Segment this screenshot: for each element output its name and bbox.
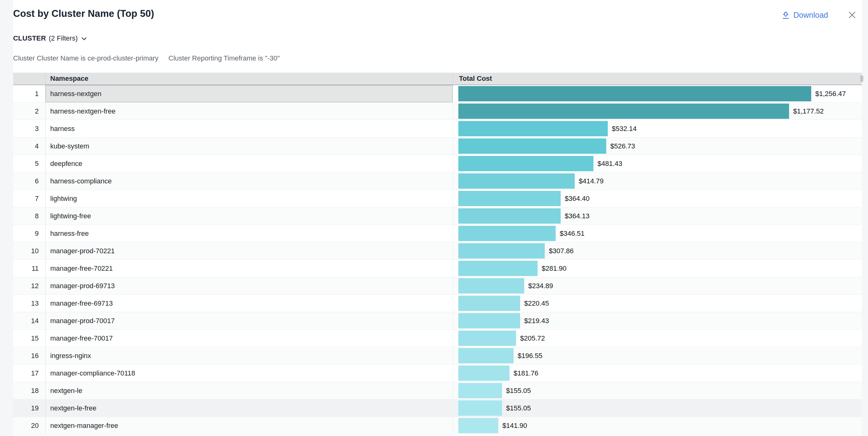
cost-bar[interactable] — [458, 366, 509, 381]
cost-bar[interactable] — [458, 418, 498, 433]
namespace-cell[interactable]: lightwing — [45, 190, 453, 207]
cost-bar[interactable] — [458, 86, 811, 101]
table-row[interactable]: 17manager-compliance-70118$181.76 — [13, 365, 862, 382]
cost-value: $481.43 — [597, 160, 622, 168]
table-row[interactable]: 20nextgen-manager-free$141.90 — [13, 417, 862, 434]
table-row[interactable]: 3harness$532.14 — [13, 120, 862, 137]
cost-bar[interactable] — [458, 226, 556, 241]
cost-value: $414.79 — [579, 177, 604, 185]
row-rank: 7 — [13, 190, 45, 207]
namespace-cell[interactable]: manager-prod-70017 — [45, 312, 453, 329]
table-row[interactable]: 18nextgen-le$155.05 — [13, 382, 862, 400]
namespace-cell[interactable]: nextgen-manager-free — [45, 417, 453, 434]
namespace-cell[interactable]: lightwing-free — [45, 208, 453, 224]
cost-bar[interactable] — [458, 295, 520, 311]
namespace-cell[interactable]: deepfence — [45, 155, 453, 172]
table-row[interactable]: 14manager-prod-70017$219.43 — [13, 312, 862, 330]
namespace-cell[interactable]: manager-free-70017 — [45, 330, 453, 347]
table-row[interactable]: 2harness-nextgen-free$1,177.52 — [13, 103, 862, 120]
row-rank: 15 — [13, 330, 45, 347]
table-row[interactable]: 9harness-free$346.51 — [13, 225, 862, 242]
total-cost-cell: $196.55 — [453, 347, 862, 364]
total-cost-cell: $346.51 — [453, 225, 862, 242]
cost-value: $281.90 — [541, 264, 567, 273]
cost-value: $181.76 — [514, 369, 538, 377]
namespace-cell[interactable]: manager-compliance-70118 — [45, 365, 453, 382]
namespace-cell[interactable]: manager-prod-70221 — [45, 242, 453, 259]
row-rank: 10 — [13, 242, 45, 259]
total-cost-cell: $364.13 — [453, 208, 862, 224]
table-row[interactable]: 12manager-prod-69713$234.89 — [13, 277, 862, 295]
cost-bar[interactable] — [458, 313, 520, 329]
cost-bar[interactable] — [458, 191, 561, 206]
cost-value: $155.05 — [506, 404, 531, 412]
row-rank: 9 — [13, 225, 45, 242]
total-cost-cell: $1,256.47 — [453, 85, 862, 102]
cost-bar[interactable] — [458, 400, 502, 416]
row-rank: 20 — [13, 417, 45, 434]
table-row[interactable]: 1harness-nextgen$1,256.47 — [13, 85, 862, 103]
table-row[interactable]: 5deepfence$481.43 — [13, 155, 862, 173]
cost-bar[interactable] — [458, 278, 524, 293]
cluster-filter-dropdown[interactable]: CLUSTER (2 Filters) — [13, 34, 87, 42]
applied-filters: Cluster Cluster Name is ce-prod-cluster-… — [13, 54, 280, 62]
row-rank: 3 — [13, 120, 45, 137]
table-row[interactable]: 19nextgen-le-free$155.05 — [13, 400, 862, 417]
cost-bar[interactable] — [458, 174, 575, 189]
cost-bar[interactable] — [458, 383, 502, 398]
row-rank: 17 — [13, 365, 45, 382]
table-header-row: Namespace Total Cost — [13, 73, 862, 85]
chevron-down-icon — [82, 37, 87, 40]
namespace-cell[interactable]: ingress-nginx — [45, 347, 453, 364]
row-rank: 8 — [13, 208, 45, 224]
table-row[interactable]: 7lightwing$364.40 — [13, 190, 862, 208]
cost-value: $364.40 — [565, 195, 590, 203]
row-rank: 19 — [13, 400, 45, 417]
close-button[interactable] — [847, 10, 857, 20]
cost-bar[interactable] — [458, 348, 514, 363]
table-row[interactable]: 16ingress-nginx$196.55 — [13, 347, 862, 365]
namespace-cell[interactable]: harness-nextgen-free — [45, 103, 453, 120]
namespace-cell[interactable]: harness-free — [45, 225, 453, 242]
total-cost-cell: $141.90 — [453, 417, 862, 434]
table-row[interactable]: 13manager-free-69713$220.45 — [13, 295, 862, 312]
page-gutter-right — [862, 0, 868, 436]
cost-value: $364.13 — [565, 212, 590, 220]
total-cost-cell: $219.43 — [453, 312, 862, 329]
cost-bar[interactable] — [458, 138, 606, 154]
cost-value: $155.05 — [506, 387, 531, 395]
namespace-cell[interactable]: kube-system — [45, 137, 453, 155]
namespace-cell[interactable]: manager-free-69713 — [45, 295, 453, 312]
namespace-cell[interactable]: manager-prod-69713 — [45, 277, 453, 294]
total-cost-cell: $1,177.52 — [453, 103, 862, 120]
table-row[interactable]: 6harness-compliance$414.79 — [13, 173, 862, 190]
namespace-cell[interactable]: nextgen-le — [45, 382, 453, 399]
cost-bar[interactable] — [458, 243, 545, 258]
download-icon — [782, 11, 790, 19]
table-row[interactable]: 10manager-prod-70221$307.86 — [13, 242, 862, 260]
cost-bar[interactable] — [458, 156, 593, 171]
table-row[interactable]: 4kube-system$526.73 — [13, 137, 862, 155]
namespace-cell[interactable]: harness-nextgen — [45, 85, 453, 102]
cost-bar[interactable] — [458, 331, 516, 346]
cost-bar[interactable] — [458, 103, 789, 119]
cost-bar[interactable] — [458, 261, 537, 276]
namespace-cell[interactable]: harness-compliance — [45, 173, 453, 190]
cost-bar[interactable] — [458, 208, 561, 224]
total-cost-column-header[interactable]: Total Cost — [453, 73, 862, 85]
table-row[interactable]: 8lightwing-free$364.13 — [13, 208, 862, 225]
download-button[interactable]: Download — [782, 10, 828, 20]
rank-column-header — [13, 73, 45, 85]
namespace-column-header[interactable]: Namespace — [45, 73, 453, 85]
total-cost-cell: $307.86 — [453, 242, 862, 259]
table-row[interactable]: 15manager-free-70017$205.72 — [13, 330, 862, 347]
namespace-cell[interactable]: nextgen-le-free — [45, 400, 453, 417]
table-row[interactable]: 11manager-free-70221$281.90 — [13, 260, 862, 277]
namespace-cell[interactable]: manager-free-70221 — [45, 260, 453, 277]
cost-value: $205.72 — [520, 334, 545, 342]
vertical-scrollbar-thumb[interactable] — [860, 75, 863, 82]
namespace-cell[interactable]: harness — [45, 120, 453, 137]
cost-value: $196.55 — [518, 352, 542, 360]
cost-bar[interactable] — [458, 121, 608, 136]
cost-table: Namespace Total Cost 1harness-nextgen$1,… — [13, 73, 862, 434]
